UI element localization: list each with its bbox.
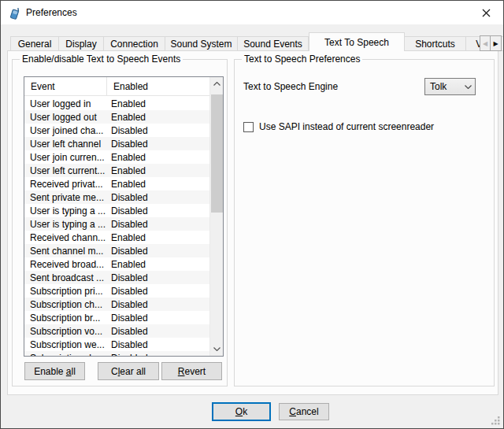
scroll-up-button[interactable] [210, 77, 224, 91]
tab-general[interactable]: General [10, 36, 59, 51]
use-sapi-checkbox[interactable] [243, 122, 254, 132]
list-item[interactable]: Subscription we... Disabled [24, 338, 209, 351]
tts-events-list[interactable]: Event Enabled User logged in Enabled Use… [24, 76, 224, 357]
status-cell: Disabled [106, 192, 209, 203]
status-cell: Disabled [106, 219, 209, 230]
event-list-rows: User logged in Enabled User logged out E… [24, 97, 209, 356]
status-cell: Enabled [106, 98, 209, 109]
events-group-title: Enable/disable Text to Speech Events [20, 54, 183, 65]
list-item[interactable]: User is typing a ... Disabled [24, 217, 209, 231]
chevron-down-icon [465, 85, 472, 89]
event-cell: Subscription vo... [24, 326, 106, 337]
list-item[interactable]: Sent private me... Disabled [24, 190, 209, 204]
tts-engine-value: Tolk [425, 81, 461, 92]
status-cell: Disabled [106, 326, 209, 337]
tab-scrollers: ◀ ▶ [480, 35, 502, 51]
tab-scroll-right-icon: ▶ [493, 40, 498, 47]
status-cell: Disabled [106, 125, 209, 136]
chevron-up-icon [213, 82, 220, 86]
scroll-down-button[interactable] [210, 342, 224, 356]
tab-scroll-left-button[interactable]: ◀ [480, 35, 491, 51]
tab-display[interactable]: Display [59, 36, 104, 51]
status-cell: Enabled [106, 165, 209, 176]
scrollbar-thumb[interactable] [211, 94, 223, 213]
event-cell: Sent private me... [24, 192, 106, 203]
revert-button[interactable]: Revert [161, 362, 222, 380]
window-title: Preferences [26, 1, 77, 24]
status-cell: Disabled [106, 339, 209, 350]
resize-grip[interactable] [489, 414, 501, 426]
status-cell: Enabled [106, 259, 209, 270]
list-item[interactable]: Subscription br... Disabled [24, 311, 209, 324]
enable-all-button[interactable]: Enable all [24, 362, 85, 380]
list-item[interactable]: User joined cha... Disabled [24, 124, 209, 137]
chevron-down-icon [213, 347, 220, 351]
tab-scroll-right-button[interactable]: ▶ [491, 35, 502, 51]
tab-text-to-speech[interactable]: Text To Speech [309, 32, 405, 51]
events-groupbox: Enable/disable Text to Speech Events Eve… [12, 59, 228, 386]
use-sapi-checkbox-label: Use SAPI instead of current screenreader [259, 121, 434, 132]
close-button[interactable] [473, 4, 498, 21]
titlebar[interactable]: Preferences [1, 1, 503, 24]
event-cell: Received broad... [24, 259, 106, 270]
close-icon [482, 9, 491, 17]
tts-preferences-group-title: Text to Speech Preferences [242, 54, 362, 65]
list-item[interactable]: Received chann... Enabled [24, 231, 209, 244]
list-item[interactable]: Subscription vo... Disabled [24, 324, 209, 338]
event-cell: User logged out [24, 112, 106, 123]
list-item[interactable]: Subscription pri... Disabled [24, 284, 209, 298]
tab-shortcuts[interactable]: Shortcuts [405, 36, 466, 51]
tts-preferences-groupbox: Text to Speech Preferences Text to Speec… [234, 59, 495, 386]
preferences-dialog: Preferences General Display Connection S… [0, 0, 504, 429]
tab-sound-system[interactable]: Sound System [165, 36, 238, 51]
status-cell: Disabled [106, 286, 209, 297]
list-item[interactable]: User logged out Enabled [24, 110, 209, 124]
tab-bar: General Display Connection Sound System … [10, 32, 504, 51]
tab-sound-events[interactable]: Sound Events [238, 36, 309, 51]
vertical-scrollbar[interactable] [209, 77, 223, 356]
event-cell: Subscription ch... [24, 299, 106, 310]
event-cell: User is typing a ... [24, 219, 106, 230]
use-sapi-checkbox-row[interactable]: Use SAPI instead of current screenreader [243, 120, 434, 133]
tab-page-text-to-speech: Enable/disable Text to Speech Events Eve… [7, 50, 498, 395]
event-cell: Sent broadcast ... [24, 272, 106, 283]
list-item[interactable]: Received privat... Enabled [24, 177, 209, 190]
cancel-button[interactable]: Cancel [279, 403, 329, 420]
clear-all-button[interactable]: Clear all [98, 362, 159, 380]
status-cell: Enabled [106, 232, 209, 243]
list-item[interactable]: User logged in Enabled [24, 97, 209, 110]
column-header-event: Event [24, 77, 107, 95]
list-item[interactable]: User left channel Disabled [24, 137, 209, 150]
status-cell: Enabled [106, 112, 209, 123]
event-cell: Sent channel m... [24, 246, 106, 257]
tts-engine-label: Text to Speech Engine [243, 78, 338, 95]
event-cell: User logged in [24, 98, 106, 109]
status-cell: Enabled [106, 152, 209, 163]
list-item[interactable]: Subscription ch... Disabled [24, 298, 209, 311]
event-cell: User join curren... [24, 152, 106, 163]
list-item[interactable]: User is typing a ... Disabled [24, 204, 209, 217]
tab-connection[interactable]: Connection [104, 36, 165, 51]
list-item[interactable]: Sent channel m... Disabled [24, 244, 209, 257]
column-header-enabled: Enabled [107, 77, 209, 95]
list-item[interactable]: Sent broadcast ... Disabled [24, 271, 209, 284]
event-cell: User left channel [24, 139, 106, 150]
app-icon [8, 6, 21, 20]
status-cell: Enabled [106, 179, 209, 190]
status-cell: Disabled [106, 299, 209, 310]
tts-engine-select[interactable]: Tolk [424, 78, 476, 95]
list-header: Event Enabled [24, 77, 209, 96]
ok-button[interactable]: Ok [212, 402, 271, 421]
event-cell: User joined cha... [24, 125, 106, 136]
event-cell: Received privat... [24, 179, 106, 190]
list-item[interactable]: User left current... Enabled [24, 164, 209, 177]
list-item[interactable]: Subscription ch... Disabled [24, 351, 209, 356]
status-cell: Disabled [106, 272, 209, 283]
event-cell: Received chann... [24, 232, 106, 243]
status-cell: Disabled [106, 139, 209, 150]
event-cell: Subscription we... [24, 339, 106, 350]
status-cell: Disabled [106, 353, 209, 357]
tab-scroll-left-icon: ◀ [483, 40, 487, 47]
list-item[interactable]: Received broad... Enabled [24, 257, 209, 271]
list-item[interactable]: User join curren... Enabled [24, 150, 209, 164]
